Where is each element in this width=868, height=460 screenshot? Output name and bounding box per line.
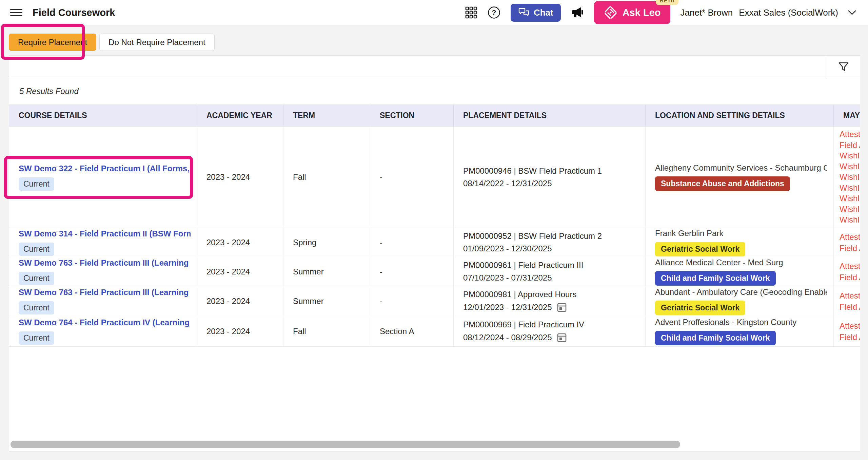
- top-bar: Field Coursework ?: [0, 0, 868, 25]
- action-link[interactable]: Wishlis: [840, 161, 860, 172]
- action-link[interactable]: Wishlis: [840, 193, 860, 204]
- setting-badge: Geriatric Social Work: [655, 242, 745, 256]
- action-link[interactable]: Attesta: [840, 261, 860, 272]
- section-value: -: [380, 267, 447, 276]
- megaphone-icon[interactable]: [571, 6, 584, 19]
- action-link[interactable]: Wishlis: [840, 214, 860, 225]
- action-link[interactable]: Field A: [840, 243, 860, 254]
- action-link[interactable]: Attesta: [840, 129, 860, 140]
- placement-cell: PM00000952 | BSW Field Practicum 2 01/09…: [454, 228, 646, 257]
- location-cell: Allegheny Community Services - Schaumbur…: [646, 127, 834, 228]
- table-row: SW Demo 763 - Field Practicum III (Learn…: [9, 286, 860, 316]
- action-link[interactable]: Attesta: [840, 231, 860, 243]
- user-menu[interactable]: Janet* Brown Exxat Sales (SocialWork): [680, 7, 857, 18]
- course-link[interactable]: SW Demo 763 - Field Practicum III (Learn…: [19, 288, 191, 297]
- apps-grid-icon[interactable]: [465, 6, 477, 19]
- actions-cell: Attesta Field A: [834, 228, 860, 257]
- placement-id: PM00000981 | Approved Hours: [463, 290, 639, 299]
- table-row: SW Demo 322 - Field Practicum I (All For…: [9, 127, 860, 228]
- placement-id: PM00000952 | BSW Field Practicum 2: [463, 231, 639, 241]
- location-name: Abundant - Ambulatory Care (Geocoding En…: [655, 287, 827, 297]
- action-link[interactable]: Attesta: [840, 320, 860, 331]
- action-link[interactable]: Field A: [840, 331, 860, 343]
- action-link[interactable]: Field A: [840, 272, 860, 283]
- actions-cell: Attesta Field A: [834, 286, 860, 316]
- user-org: Exxat Sales (SocialWork): [739, 7, 838, 18]
- ask-leo-label: Ask Leo: [623, 7, 661, 18]
- academic-year-value: 2023 - 2024: [206, 327, 277, 336]
- course-link[interactable]: SW Demo 322 - Field Practicum I (All For…: [19, 164, 191, 173]
- course-cell: SW Demo 763 - Field Practicum III (Learn…: [9, 286, 197, 316]
- location-name: Allegheny Community Services - Schaumbur…: [655, 163, 827, 173]
- location-name: Advent Proffesionals - Kingston County: [655, 318, 827, 327]
- action-link[interactable]: Field A: [840, 140, 860, 151]
- course-link[interactable]: SW Demo 764 - Field Practicum IV (Learni…: [19, 318, 191, 327]
- calendar-icon[interactable]: [557, 332, 567, 343]
- academic-year-value: 2023 - 2024: [206, 238, 277, 247]
- col-location-setting[interactable]: LOCATION AND SETTING DETAILS: [646, 105, 834, 126]
- results-summary: 5 Results Found: [19, 87, 79, 96]
- actions-cell: Attesta Field A Wishlis Wishlis Wishlis …: [834, 127, 860, 228]
- chevron-down-icon: [848, 10, 856, 15]
- term-value: Fall: [293, 327, 364, 336]
- placement-id: PM00000961 | Field Practicum III: [463, 261, 639, 270]
- col-may-need[interactable]: MAY N: [834, 105, 860, 126]
- setting-badge: Geriatric Social Work: [655, 301, 745, 315]
- academic-year-value: 2023 - 2024: [206, 172, 277, 182]
- placement-dates: 01/09/2023 - 12/30/2025: [463, 244, 552, 253]
- placement-dates: 08/12/2024 - 08/29/2025: [463, 333, 552, 342]
- col-section[interactable]: SECTION: [370, 105, 454, 126]
- placement-id: PM00000969 | Field Practicum IV: [463, 320, 639, 329]
- action-link[interactable]: Wishlis: [840, 204, 860, 215]
- col-academic-year[interactable]: ACADEMIC YEAR: [197, 105, 283, 126]
- action-link[interactable]: Field A: [840, 301, 860, 312]
- filter-button[interactable]: [827, 56, 860, 78]
- table-row: SW Demo 314 - Field Practicum II (BSW Fo…: [9, 228, 860, 257]
- location-cell: Abundant - Ambulatory Care (Geocoding En…: [646, 286, 834, 316]
- horizontal-scrollbar[interactable]: [11, 441, 680, 448]
- placement-dates: 07/10/2023 - 07/31/2025: [463, 273, 552, 283]
- location-name: Frank Gerblin Park: [655, 229, 827, 238]
- action-link[interactable]: Attesta: [840, 290, 860, 301]
- section-value: Section A: [380, 327, 447, 336]
- results-panel: 5 Results Found COURSE DETAILS ACADEMIC …: [9, 55, 860, 452]
- academic-year-value: 2023 - 2024: [206, 267, 277, 276]
- location-cell: Frank Gerblin Park Geriatric Social Work: [646, 228, 834, 257]
- top-bar-actions: ? Chat: [465, 1, 856, 24]
- ask-leo-button[interactable]: Ask Leo BETA: [594, 1, 670, 24]
- action-link[interactable]: Wishlis: [840, 172, 860, 183]
- course-cell: SW Demo 763 - Field Practicum III (Learn…: [9, 257, 197, 286]
- placement-cell: PM00000961 | Field Practicum III 07/10/2…: [454, 257, 646, 286]
- chat-button[interactable]: Chat: [511, 4, 561, 22]
- tab-do-not-require-placement[interactable]: Do Not Require Placement: [99, 34, 214, 51]
- status-badge: Current: [19, 331, 54, 345]
- setting-badge: Substance Abuse and Addictions: [655, 176, 790, 191]
- location-cell: Alliance Medical Center - Med Surg Child…: [646, 257, 834, 286]
- status-badge: Current: [19, 272, 54, 285]
- course-link[interactable]: SW Demo 763 - Field Practicum III (Learn…: [19, 258, 191, 268]
- hamburger-menu-icon[interactable]: [10, 7, 22, 19]
- col-course-details[interactable]: COURSE DETAILS: [9, 105, 197, 126]
- user-name: Janet* Brown: [680, 7, 733, 18]
- course-link[interactable]: SW Demo 314 - Field Practicum II (BSW Fo…: [19, 229, 191, 238]
- page-title: Field Coursework: [33, 7, 115, 18]
- course-cell: SW Demo 322 - Field Practicum I (All For…: [9, 127, 197, 228]
- action-link[interactable]: Wishlis: [840, 183, 860, 193]
- field-coursework-page: { "header": { "title": "Field Coursework…: [0, 0, 868, 460]
- calendar-icon[interactable]: [557, 302, 567, 312]
- status-badge: Current: [19, 301, 54, 314]
- results-summary-row: 5 Results Found: [9, 78, 860, 104]
- help-icon[interactable]: ?: [488, 6, 500, 19]
- term-value: Fall: [293, 172, 364, 182]
- actions-cell: Attesta Field A: [834, 316, 860, 346]
- filter-bar: [9, 56, 860, 78]
- placement-dates: 08/14/2022 - 12/31/2025: [463, 179, 552, 188]
- tab-require-placement[interactable]: Require Placement: [9, 34, 96, 51]
- status-badge: Current: [19, 243, 54, 256]
- col-placement-details[interactable]: PLACEMENT DETAILS: [454, 105, 646, 126]
- chat-button-label: Chat: [534, 7, 553, 18]
- table-row: SW Demo 764 - Field Practicum IV (Learni…: [9, 316, 860, 347]
- col-term[interactable]: TERM: [283, 105, 370, 126]
- action-link[interactable]: Wishlis: [840, 150, 860, 161]
- chat-bubbles-icon: [518, 7, 530, 18]
